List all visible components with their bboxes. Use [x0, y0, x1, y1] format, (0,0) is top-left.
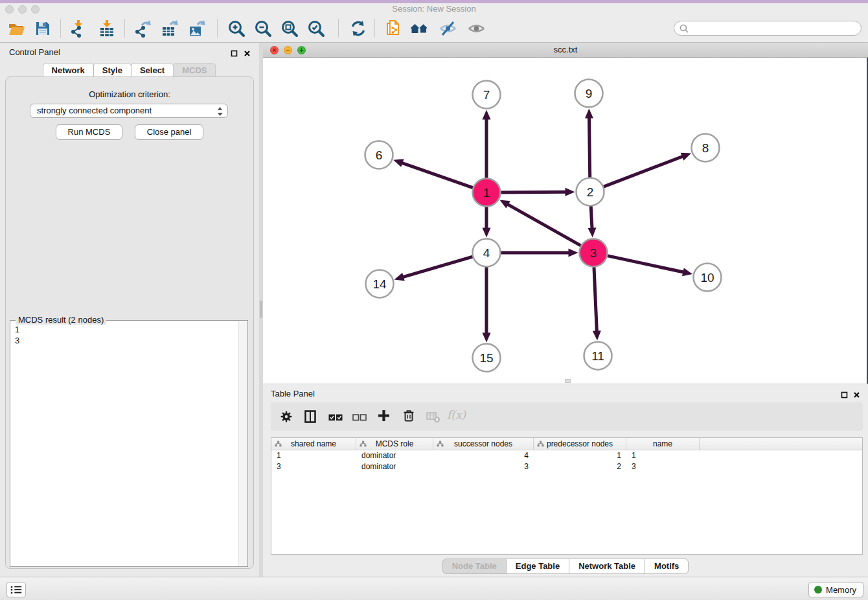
close-panel-button[interactable]: Close panel [135, 124, 204, 140]
table-cell[interactable]: 1 [271, 450, 356, 461]
export-image-icon[interactable] [188, 19, 206, 38]
mcds-panel: Optimization criterion: strongly connect… [5, 76, 254, 569]
column-type-icon [537, 441, 544, 447]
memory-label: Memory [826, 585, 856, 595]
node-table: shared nameMCDS rolesuccessor nodesprede… [271, 437, 863, 555]
table-cell[interactable]: 1 [626, 450, 700, 461]
clone-network-icon[interactable] [383, 19, 402, 38]
zoom-in-icon[interactable] [227, 19, 246, 38]
mcds-result-title: MCDS result (2 nodes) [16, 315, 106, 325]
first-neighbors-icon[interactable] [410, 19, 428, 38]
network-window-title: scc.txt [263, 43, 868, 57]
tab-network-table[interactable]: Network Table [569, 559, 645, 574]
table-settings-icon[interactable] [280, 410, 293, 426]
table-row[interactable]: 1dominator411 [271, 450, 862, 461]
column-header-name[interactable]: name [626, 438, 700, 450]
add-column-icon[interactable] [378, 410, 390, 424]
close-panel-icon[interactable] [244, 48, 251, 56]
graph-arrowhead [483, 333, 491, 343]
run-mcds-button[interactable]: Run MCDS [56, 124, 123, 140]
graph-arrowhead [682, 268, 692, 277]
graph-node-label: 2 [587, 185, 594, 199]
column-header-shared-name[interactable]: shared name [271, 438, 356, 450]
float-table-panel-icon[interactable] [841, 389, 849, 397]
delete-table-icon[interactable] [426, 411, 440, 426]
select-all-columns-icon[interactable] [328, 413, 343, 424]
search-input[interactable] [689, 23, 861, 33]
column-header-predecessor-nodes[interactable]: predecessor nodes [534, 438, 626, 450]
show-panels-button[interactable] [6, 582, 26, 597]
graph-edge-3-10[interactable] [606, 255, 684, 272]
graph-node-label: 4 [483, 246, 490, 260]
graph-node-label: 11 [591, 349, 604, 363]
table-cell[interactable]: 3 [626, 461, 700, 472]
graph-node-label: 8 [702, 141, 709, 155]
zoom-selected-icon[interactable] [307, 19, 325, 38]
graph-edge-2-9[interactable] [589, 117, 589, 179]
memory-button[interactable]: Memory [808, 582, 863, 597]
close-table-panel-icon[interactable] [853, 389, 861, 397]
deselect-all-columns-icon[interactable] [352, 413, 367, 424]
network-close-button[interactable]: × [270, 46, 279, 54]
save-session-icon[interactable] [34, 19, 52, 38]
dropdown-stepper-icon [217, 106, 223, 121]
network-canvas[interactable]: 7968124314101511 [263, 58, 868, 384]
network-minimize-button[interactable]: − [284, 46, 292, 54]
graph-arrowhead [483, 228, 491, 238]
criterion-value: strongly connected component [37, 106, 152, 115]
table-cell[interactable]: 3 [271, 461, 356, 472]
zoom-fit-icon[interactable] [280, 19, 299, 38]
hide-selected-icon[interactable] [439, 19, 457, 38]
graph-edge-1-6[interactable] [401, 163, 474, 189]
mcds-result-scrollbar[interactable] [238, 321, 247, 566]
table-cell[interactable]: dominator [356, 450, 433, 461]
table-cell[interactable]: 3 [433, 461, 534, 472]
network-zoom-button[interactable]: + [297, 46, 306, 54]
graph-edge-1-2[interactable] [499, 192, 566, 192]
graph-node-label: 3 [590, 246, 597, 260]
graph-edge-4-14[interactable] [402, 256, 474, 277]
canvas-resize-grip[interactable] [565, 379, 571, 383]
function-builder-icon[interactable]: f(x) [447, 408, 466, 421]
toolbar-separator [374, 19, 375, 38]
export-network-icon[interactable] [133, 19, 152, 38]
table-cell[interactable]: dominator [356, 461, 433, 472]
tab-node-table[interactable]: Node Table [442, 559, 507, 574]
tab-edge-table[interactable]: Edge Table [506, 559, 569, 574]
import-table-icon[interactable] [98, 19, 116, 38]
table-toolbar: f(x) [271, 402, 863, 431]
graph-edge-2-8[interactable] [602, 156, 683, 187]
recalculate-layout-icon[interactable] [349, 19, 367, 38]
zoom-out-icon[interactable] [254, 19, 272, 38]
toolbar-separator [217, 19, 218, 38]
table-body: 1dominator4113dominator323 [271, 450, 862, 472]
tab-motifs[interactable]: Motifs [645, 559, 689, 574]
show-columns-icon[interactable] [304, 410, 317, 426]
float-panel-icon[interactable] [231, 48, 238, 56]
delete-columns-icon[interactable] [403, 409, 415, 425]
table-row[interactable]: 3dominator323 [271, 461, 862, 472]
column-type-icon [437, 441, 444, 447]
splitter-handle[interactable] [260, 301, 262, 317]
criterion-dropdown[interactable]: strongly connected component [30, 104, 228, 118]
show-all-icon[interactable] [467, 19, 485, 38]
table-cell[interactable]: 1 [534, 450, 626, 461]
graph-edge-3-1[interactable] [507, 204, 582, 247]
graph-edge-2-3[interactable] [591, 204, 592, 229]
toolbar-separator [338, 19, 339, 38]
open-session-icon[interactable] [8, 19, 26, 38]
graph-edge-3-11[interactable] [594, 265, 597, 332]
column-header-MCDS-role[interactable]: MCDS role [356, 438, 433, 450]
column-header-successor-nodes[interactable]: successor nodes [433, 438, 534, 450]
optimization-criterion-label: Optimization criterion: [6, 89, 253, 99]
graph-arrowhead [569, 249, 578, 257]
search-icon [680, 24, 689, 33]
graph-arrowhead [588, 227, 596, 237]
import-network-icon[interactable] [69, 19, 87, 38]
table-cell[interactable]: 2 [534, 461, 626, 472]
column-type-icon [360, 441, 367, 447]
table-cell[interactable]: 4 [433, 450, 534, 461]
export-table-icon[interactable] [161, 19, 179, 38]
control-panel: Control Panel NetworkStyleSelectMCDS Opt… [0, 43, 259, 577]
status-bar: Memory [0, 577, 868, 600]
